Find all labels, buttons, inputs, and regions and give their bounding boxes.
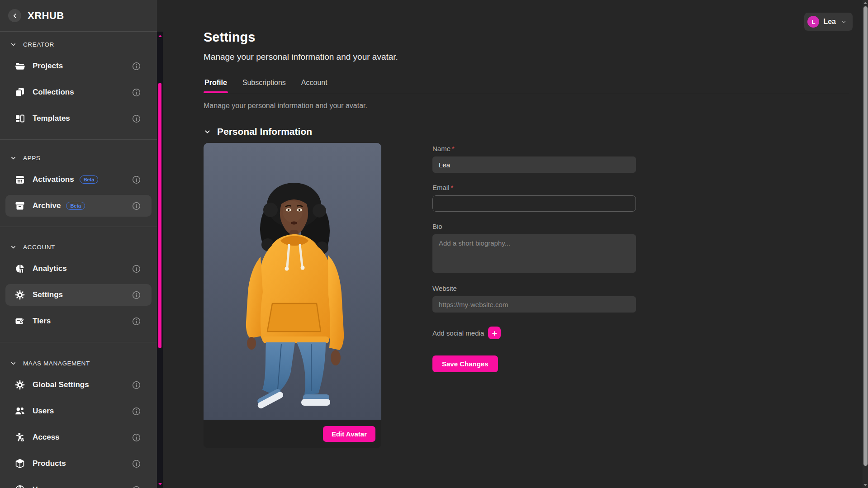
users-icon (14, 406, 25, 417)
sidebar-item-settings[interactable]: Settings (5, 284, 152, 306)
sidebar-item-label: Projects (33, 62, 63, 71)
sidebar-item-products[interactable]: Products (5, 453, 152, 474)
sidebar-item-archive[interactable]: Archive Beta (5, 195, 152, 217)
chevron-down-icon (204, 128, 211, 136)
email-input[interactable] (432, 195, 636, 212)
sidebar-section-creator: CREATOR Projects Collections Templates (0, 32, 157, 139)
sidebar-item-label: Settings (33, 290, 63, 299)
page-scrollbar[interactable] (863, 0, 868, 488)
avatar-card-footer: Edit Avatar (204, 420, 381, 448)
sidebar-section-account: ACCOUNT Analytics Settings Tiers (0, 227, 157, 342)
sidebar-item-global-settings[interactable]: Global Settings (5, 374, 152, 396)
folder-icon (14, 61, 25, 71)
section-header-apps[interactable]: APPS (0, 152, 157, 163)
chevron-down-icon (10, 41, 17, 48)
info-icon[interactable] (132, 486, 141, 488)
avatar-3d-preview[interactable] (204, 143, 381, 420)
info-icon[interactable] (132, 317, 141, 326)
sidebar-item-label: Users (33, 407, 54, 416)
info-icon[interactable] (132, 175, 141, 184)
section-label: ACCOUNT (23, 244, 55, 251)
info-icon[interactable] (132, 433, 141, 442)
sidebar-scrollbar-thumb[interactable] (158, 83, 161, 348)
sidebar-item-label: Collections (33, 88, 74, 97)
avatar-card: Edit Avatar (204, 143, 381, 448)
email-label: Email* (432, 184, 636, 191)
info-icon[interactable] (132, 202, 141, 210)
sidebar-item-collections[interactable]: Collections (5, 81, 152, 103)
section-title: Personal Information (217, 126, 312, 137)
sidebar-item-label: Access (33, 433, 60, 442)
info-icon[interactable] (132, 291, 141, 299)
sidebar-item-activations[interactable]: Activations Beta (5, 169, 152, 190)
beta-badge: Beta (66, 202, 85, 210)
sidebar-item-label: Archive (33, 201, 61, 210)
sidebar-item-label: Templates (33, 114, 70, 123)
tab-account[interactable]: Account (300, 79, 328, 93)
info-icon[interactable] (132, 114, 141, 123)
sidebar-item-projects[interactable]: Projects (5, 55, 152, 77)
sidebar-item-access[interactable]: Access (5, 426, 152, 448)
page-subtitle: Manage your personal information and you… (204, 52, 849, 62)
save-changes-button[interactable]: Save Changes (432, 355, 498, 372)
name-label: Name* (432, 145, 636, 152)
user-name: Lea (823, 18, 836, 26)
sidebar-section-maas: MAAS MANAGEMENT Global Settings Users Ac… (0, 342, 157, 488)
access-icon (14, 432, 25, 443)
section-header-creator[interactable]: CREATOR (0, 39, 157, 50)
beta-badge: Beta (80, 175, 99, 184)
name-input[interactable] (432, 156, 636, 173)
sidebar-item-templates[interactable]: Templates (5, 108, 152, 129)
tiers-icon (14, 316, 25, 327)
sidebar-item-analytics[interactable]: Analytics (5, 258, 152, 280)
gear-icon (14, 289, 25, 300)
scroll-up-arrow-icon[interactable] (863, 2, 867, 4)
collections-icon (14, 87, 25, 98)
sidebar-header: XRHUB (0, 0, 157, 32)
globe-icon (14, 484, 25, 488)
info-icon[interactable] (132, 265, 141, 273)
add-social-media-label: Add social media (432, 329, 484, 337)
tab-profile[interactable]: Profile (204, 79, 228, 93)
app-logo: XRHUB (28, 10, 64, 22)
info-icon[interactable] (132, 88, 141, 97)
archive-icon (14, 200, 25, 211)
sidebar-item-label: Products (33, 459, 66, 468)
scroll-down-arrow-icon[interactable] (158, 483, 162, 485)
sidebar-item-users[interactable]: Users (5, 400, 152, 422)
sidebar-item-venues[interactable]: Venues (5, 479, 152, 488)
personal-information-header[interactable]: Personal Information (204, 126, 849, 137)
section-label: APPS (23, 155, 40, 161)
sidebar-item-tiers[interactable]: Tiers (5, 310, 152, 332)
sidebar-scrollbar[interactable] (157, 32, 163, 488)
chevron-left-icon (12, 13, 18, 19)
section-header-maas[interactable]: MAAS MANAGEMENT (0, 358, 157, 369)
scroll-up-arrow-icon[interactable] (158, 35, 162, 37)
sidebar-item-label: Analytics (33, 264, 67, 273)
tab-subscriptions[interactable]: Subscriptions (242, 79, 287, 93)
page-scrollbar-thumb[interactable] (863, 6, 868, 466)
info-icon[interactable] (132, 407, 141, 416)
templates-icon (14, 113, 25, 124)
info-icon[interactable] (132, 460, 141, 468)
info-icon[interactable] (132, 62, 141, 71)
profile-form: Name* Email* Bio Website Add social medi… (432, 143, 636, 448)
user-avatar: L (807, 16, 819, 28)
add-social-media-button[interactable]: + (488, 327, 501, 339)
section-header-account[interactable]: ACCOUNT (0, 242, 157, 252)
back-button[interactable] (8, 9, 21, 22)
website-input[interactable] (432, 296, 636, 313)
chevron-down-icon (10, 360, 17, 367)
products-icon (14, 458, 25, 469)
scroll-down-arrow-icon[interactable] (863, 484, 867, 486)
sidebar-item-label: Activations (33, 175, 74, 184)
info-icon[interactable] (132, 381, 141, 389)
bio-textarea[interactable] (432, 234, 636, 273)
edit-avatar-button[interactable]: Edit Avatar (323, 426, 375, 442)
user-menu-button[interactable]: L Lea (804, 13, 853, 31)
website-label: Website (432, 284, 636, 292)
bio-label: Bio (432, 223, 636, 230)
chevron-down-icon (10, 155, 17, 161)
required-asterisk: * (452, 145, 455, 152)
tab-bar: Profile Subscriptions Account (204, 79, 849, 93)
